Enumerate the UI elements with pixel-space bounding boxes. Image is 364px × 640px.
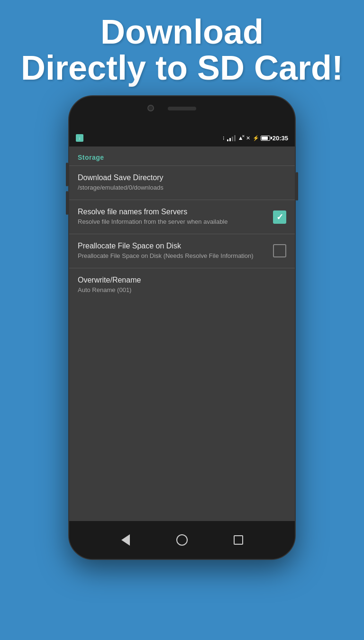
front-camera <box>147 105 154 111</box>
preallocate-file-space-item[interactable]: Preallocate File Space on Disk Prealloca… <box>69 234 295 268</box>
status-bar-right: ⫶ ▲✕ ✕ ⚡ <box>222 135 288 142</box>
earpiece-speaker <box>168 107 196 110</box>
download-save-directory-item[interactable]: Download Save Directory /storage/emulate… <box>69 166 295 200</box>
home-icon <box>176 534 188 546</box>
checkmark-icon: ✓ <box>276 213 283 221</box>
phone-device: ↓ ⫶ ▲✕ ✕ <box>68 95 296 560</box>
nav-home-button[interactable] <box>173 530 191 549</box>
nav-back-button[interactable] <box>116 530 135 549</box>
preallocate-file-space-title: Preallocate File Space on Disk <box>78 242 267 250</box>
preallocate-file-space-checkbox[interactable] <box>273 244 286 257</box>
download-save-directory-subtitle: /storage/emulated/0/downloads <box>78 184 281 192</box>
download-save-directory-text: Download Save Directory /storage/emulate… <box>78 174 286 192</box>
battery-icon: ⚡ <box>253 135 270 141</box>
back-icon <box>121 534 130 546</box>
recents-icon <box>234 535 243 545</box>
overwrite-rename-subtitle: Auto Rename (001) <box>78 286 281 294</box>
vibrate-icon: ⫶ <box>222 135 225 141</box>
resolve-file-names-checkbox[interactable]: ✓ <box>273 210 286 224</box>
download-save-directory-title: Download Save Directory <box>78 174 281 182</box>
overwrite-rename-item[interactable]: Overwrite/Rename Auto Rename (001) <box>69 268 295 302</box>
preallocate-file-space-subtitle: Preallocate File Space on Disk (Needs Re… <box>78 252 267 260</box>
preallocate-file-space-text: Preallocate File Space on Disk Prealloca… <box>78 242 273 260</box>
nav-recents-button[interactable] <box>229 530 248 549</box>
status-time: 20:35 <box>273 135 288 142</box>
overwrite-rename-title: Overwrite/Rename <box>78 276 281 284</box>
header-line1: Download <box>21 14 343 50</box>
app-notification-icon: ↓ <box>76 134 83 142</box>
overwrite-rename-text: Overwrite/Rename Auto Rename (001) <box>78 276 286 294</box>
storage-section-title: Storage <box>78 154 104 161</box>
phone-top-bezel <box>69 96 295 129</box>
resolve-file-names-subtitle: Resolve file Information from the server… <box>78 218 267 226</box>
header-section: Download Directly to SD Card! <box>21 14 343 86</box>
resolve-file-names-item[interactable]: Resolve file names from Servers Resolve … <box>69 200 295 234</box>
header-line2: Directly to SD Card! <box>21 50 343 86</box>
resolve-file-names-text: Resolve file names from Servers Resolve … <box>78 208 273 226</box>
storage-section-header: Storage <box>69 146 295 165</box>
no-signal-icon: ✕ <box>246 135 250 141</box>
signal-strength-icon <box>227 135 236 141</box>
volume-up-button[interactable] <box>66 163 68 186</box>
status-bar: ↓ ⫶ ▲✕ ✕ <box>69 129 295 146</box>
power-button[interactable] <box>296 172 298 201</box>
wifi-icon: ▲✕ <box>238 135 244 141</box>
phone-bottom-nav <box>69 521 295 559</box>
settings-content: Storage Download Save Directory /storage… <box>69 146 295 521</box>
volume-down-button[interactable] <box>66 191 68 215</box>
status-bar-left: ↓ <box>76 134 83 142</box>
phone-screen: ↓ ⫶ ▲✕ ✕ <box>69 129 295 521</box>
resolve-file-names-title: Resolve file names from Servers <box>78 208 267 216</box>
